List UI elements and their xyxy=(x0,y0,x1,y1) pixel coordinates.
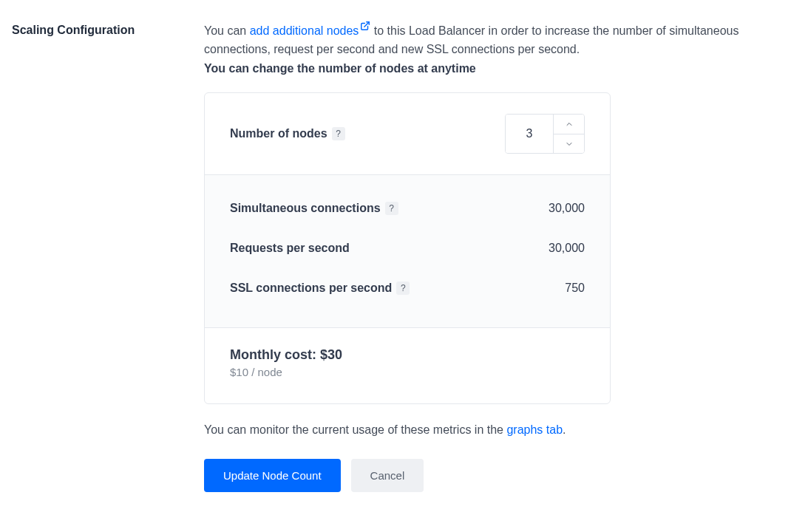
cancel-button[interactable]: Cancel xyxy=(351,459,424,492)
graphs-tab-link[interactable]: graphs tab xyxy=(506,423,563,436)
nodes-label: Number of nodes ? xyxy=(230,127,345,140)
metric-row-rps: Requests per second 30,000 xyxy=(230,228,585,268)
ssl-value: 750 xyxy=(565,282,585,295)
metric-row-ssl: SSL connections per second ? 750 xyxy=(230,268,585,308)
intro-prefix: You can xyxy=(204,24,250,37)
chevron-down-icon xyxy=(565,140,574,149)
sim-conn-value: 30,000 xyxy=(549,202,585,215)
scaling-card: Number of nodes ? xyxy=(204,92,611,404)
cost-section: Monthly cost: $30 $10 / node xyxy=(205,327,610,403)
nodes-stepper xyxy=(505,114,585,154)
help-icon[interactable]: ? xyxy=(396,282,410,295)
rps-label: Requests per second xyxy=(230,242,350,255)
external-link-icon xyxy=(360,18,370,37)
rps-value: 30,000 xyxy=(549,242,585,255)
update-node-count-button[interactable]: Update Node Count xyxy=(204,459,341,492)
nodes-decrement-button[interactable] xyxy=(554,134,584,154)
nodes-input[interactable] xyxy=(506,115,553,153)
intro-text: You can add additional nodes to this Loa… xyxy=(204,18,795,78)
metric-row-sim-conn: Simultaneous connections ? 30,000 xyxy=(230,188,585,228)
intro-bold: You can change the number of nodes at an… xyxy=(204,62,476,75)
cost-title: Monthly cost: $30 xyxy=(230,347,585,363)
sim-conn-label: Simultaneous connections ? xyxy=(230,202,398,215)
add-nodes-link[interactable]: add additional nodes xyxy=(250,24,371,37)
section-title: Scaling Configuration xyxy=(12,24,204,37)
footer-text: You can monitor the current usage of the… xyxy=(204,423,795,437)
nodes-increment-button[interactable] xyxy=(554,115,584,134)
help-icon[interactable]: ? xyxy=(332,127,345,140)
svg-line-0 xyxy=(364,22,369,27)
metrics-section: Simultaneous connections ? 30,000 Reques… xyxy=(205,174,610,327)
ssl-label: SSL connections per second ? xyxy=(230,282,410,295)
cost-per-node: $10 / node xyxy=(230,366,585,378)
chevron-up-icon xyxy=(565,120,574,129)
help-icon[interactable]: ? xyxy=(385,202,398,215)
